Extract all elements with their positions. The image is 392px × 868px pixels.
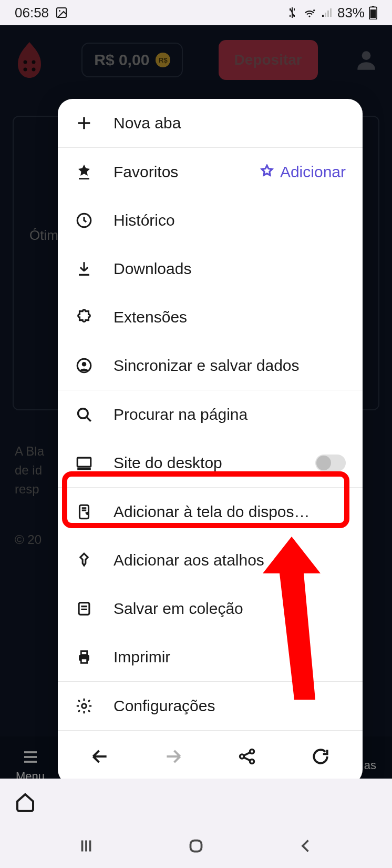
- svg-point-21: [82, 362, 87, 367]
- browser-bottom-bar: [0, 779, 392, 826]
- menu-history-label: Histórico: [114, 211, 346, 229]
- menu-history[interactable]: Histórico: [58, 196, 363, 245]
- menu-extensions[interactable]: Extensões: [58, 293, 363, 341]
- balance-display[interactable]: R$ 0,00 R$: [81, 43, 183, 77]
- menu-print[interactable]: Imprimir: [58, 633, 363, 681]
- menu-save-collection[interactable]: Salvar em coleção: [58, 584, 363, 633]
- menu-add-to-home[interactable]: Adicionar à tela do dispos…: [58, 488, 363, 536]
- battery-icon: [369, 6, 377, 19]
- signal-icon: [321, 6, 333, 19]
- plus-icon: [75, 114, 94, 133]
- menu-sync[interactable]: Sincronizar e salvar dados: [58, 341, 363, 390]
- footer-right[interactable]: as: [364, 759, 376, 772]
- reload-icon[interactable]: [311, 746, 331, 766]
- back-icon[interactable]: [90, 746, 110, 766]
- menu-find-label: Procurar na página: [114, 406, 346, 423]
- search-icon: [75, 405, 94, 424]
- svg-point-11: [24, 68, 27, 72]
- menu-sync-label: Sincronizar e salvar dados: [114, 357, 346, 375]
- status-bar: 06:58 83%: [0, 0, 392, 25]
- history-icon: [75, 211, 94, 230]
- balance-amount: R$ 0,00: [94, 51, 149, 69]
- menu-desktop-site[interactable]: Site do desktop: [58, 439, 363, 487]
- menu-add-shortcuts[interactable]: Adicionar aos atalhos: [58, 536, 363, 584]
- svg-point-9: [24, 60, 27, 64]
- desktop-icon: [75, 453, 94, 472]
- footer-menu[interactable]: Menu: [16, 748, 45, 783]
- home-icon[interactable]: [15, 792, 36, 813]
- svg-rect-42: [190, 841, 201, 852]
- svg-line-23: [87, 418, 91, 421]
- menu-collection-label: Salvar em coleção: [114, 600, 346, 618]
- browser-menu-dropdown: Nova aba Favoritos Adicionar Histórico D…: [58, 99, 363, 784]
- vibrate-icon: [286, 6, 298, 19]
- forward-icon: [163, 746, 183, 766]
- menu-find-in-page[interactable]: Procurar na página: [58, 390, 363, 439]
- share-icon[interactable]: [237, 746, 257, 766]
- svg-rect-4: [327, 11, 329, 17]
- status-battery-text: 83%: [337, 5, 365, 21]
- svg-point-13: [362, 51, 371, 60]
- svg-point-33: [82, 704, 87, 709]
- menu-settings[interactable]: Configurações: [58, 682, 363, 730]
- image-icon: [55, 6, 68, 19]
- menu-print-label: Imprimir: [114, 648, 346, 666]
- menu-bookmarks[interactable]: Favoritos Adicionar: [58, 148, 363, 196]
- add-to-home-icon: [75, 502, 94, 521]
- deposit-button[interactable]: Depositar: [219, 40, 318, 80]
- menu-new-tab-label: Nova aba: [114, 114, 346, 132]
- svg-rect-3: [325, 13, 326, 17]
- menu-bookmarks-label: Favoritos: [114, 163, 239, 181]
- currency-badge: R$: [156, 53, 170, 67]
- android-nav-bar: [0, 826, 392, 868]
- menu-desktop-label: Site do desktop: [114, 454, 295, 472]
- svg-rect-26: [80, 505, 89, 519]
- user-avatar-icon[interactable]: [353, 47, 379, 73]
- svg-point-22: [78, 409, 88, 418]
- svg-rect-2: [322, 15, 324, 17]
- svg-point-12: [32, 68, 36, 72]
- svg-point-1: [59, 10, 60, 12]
- gear-icon: [75, 697, 94, 715]
- sync-account-icon: [75, 356, 94, 375]
- desktop-site-toggle[interactable]: [315, 455, 346, 471]
- wifi-icon: [303, 6, 316, 19]
- bookmark-add-action[interactable]: Adicionar: [259, 163, 346, 181]
- status-time: 06:58: [15, 5, 49, 21]
- download-icon: [75, 259, 94, 278]
- svg-rect-32: [81, 659, 87, 663]
- menu-extensions-label: Extensões: [114, 308, 346, 326]
- puzzle-icon: [75, 308, 94, 327]
- svg-rect-24: [77, 458, 91, 467]
- menu-new-tab[interactable]: Nova aba: [58, 99, 363, 147]
- collection-icon: [75, 599, 94, 618]
- menu-downloads[interactable]: Downloads: [58, 245, 363, 293]
- dice-flame-logo: [13, 40, 46, 80]
- svg-rect-31: [81, 651, 87, 655]
- pin-icon: [75, 551, 94, 570]
- print-icon: [75, 648, 94, 667]
- bookmark-star-icon: [75, 163, 94, 181]
- android-home-icon[interactable]: [187, 836, 205, 857]
- android-recents-icon[interactable]: [77, 836, 96, 857]
- menu-settings-label: Configurações: [114, 697, 346, 715]
- android-back-icon[interactable]: [296, 836, 315, 857]
- svg-point-10: [32, 60, 36, 64]
- svg-rect-8: [370, 9, 376, 18]
- menu-add-home-label: Adicionar à tela do dispos…: [114, 503, 346, 521]
- menu-shortcuts-label: Adicionar aos atalhos: [114, 551, 346, 569]
- menu-downloads-label: Downloads: [114, 260, 346, 278]
- svg-line-37: [244, 752, 251, 755]
- svg-rect-5: [330, 8, 332, 17]
- svg-line-38: [244, 758, 251, 761]
- svg-rect-7: [372, 6, 375, 7]
